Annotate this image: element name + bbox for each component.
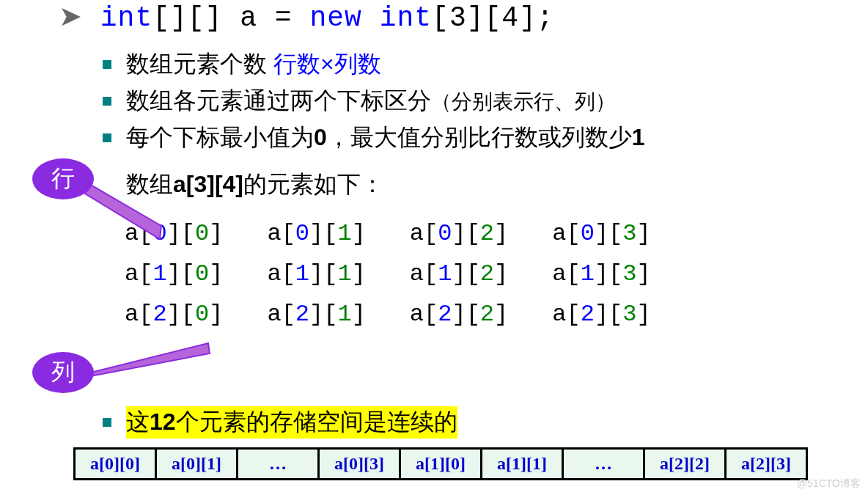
- square-bullet-icon: [103, 60, 111, 69]
- b3d: 1: [632, 124, 645, 150]
- b4c: 的元素如下：: [243, 171, 384, 197]
- square-bullet-icon: [103, 418, 111, 427]
- memory-cell: a[0][0]: [76, 450, 157, 478]
- square-bullet-icon: [103, 97, 111, 106]
- row-label-text: 行: [51, 163, 75, 195]
- b1a: 数组元素个数: [126, 51, 273, 77]
- memory-layout: a[0][0]a[0][1]…a[0][3]a[1][0]a[1][1]…a[2…: [73, 440, 808, 480]
- bullet-list: 数组元素个数 行数×列数 数组各元素通过两个下标区分（分别表示行、列） 每个下标…: [103, 44, 850, 201]
- col-label-oval: 列: [32, 352, 94, 393]
- b2b: （分别表示行、列）: [431, 90, 616, 113]
- bullet-arrow: ➤: [59, 1, 83, 32]
- bullet-2: 数组各元素通过两个下标区分（分别表示行、列）: [103, 85, 850, 117]
- b3-text: 每个下标最小值为0，最大值分别比行数或列数少1: [126, 122, 645, 154]
- watermark: @51CTO博客: [797, 477, 861, 491]
- kw-int1: int: [100, 2, 152, 34]
- grid-cell: a[1][3]: [552, 260, 650, 287]
- bullet-4: 数组a[3][4]的元素如下：: [103, 169, 850, 201]
- memory-cell: a[0][3]: [320, 450, 401, 478]
- bullet-5: 这12个元素的存储空间是连续的: [103, 402, 457, 439]
- row-label-oval: 行: [32, 158, 94, 199]
- b3b: 0: [314, 124, 327, 150]
- bullet-1: 数组元素个数 行数×列数: [103, 48, 850, 81]
- col-arrow-icon: [76, 337, 216, 378]
- b5a: 这: [126, 408, 150, 435]
- b5-text: 这12个元素的存储空间是连续的: [126, 406, 457, 439]
- code-declaration: ➤ int[][] a = new int[3][4];: [59, 0, 554, 34]
- b5b: 12: [150, 408, 176, 435]
- b5c: 个元素的存储空间是连续的: [176, 408, 457, 435]
- b4b: a[3][4]: [173, 171, 243, 197]
- grid-cell: a[2][2]: [410, 301, 508, 328]
- kw-new: new: [309, 2, 361, 34]
- memory-cell: a[0][1]: [157, 450, 238, 478]
- code-mid1: [][] a =: [152, 2, 309, 34]
- grid-cell: a[2][3]: [552, 301, 650, 328]
- memory-cell: …: [238, 450, 320, 478]
- grid-row: a[1][0]a[1][1]a[1][2]a[1][3]: [125, 260, 868, 287]
- grid-cell: a[0][1]: [267, 220, 365, 247]
- grid-cell: a[1][1]: [267, 260, 365, 287]
- bullet-3: 每个下标最小值为0，最大值分别比行数或列数少1: [103, 122, 850, 154]
- grid-cell: a[2][0]: [125, 301, 223, 328]
- col-label-text: 列: [51, 356, 75, 389]
- kw-int2: int: [362, 2, 432, 34]
- grid-cell: a[2][1]: [267, 301, 365, 328]
- b1-text: 数组元素个数 行数×列数: [126, 48, 381, 81]
- memory-cell: a[1][0]: [401, 450, 482, 478]
- grid-cell: a[1][2]: [410, 260, 508, 287]
- grid-cell: a[0][2]: [410, 220, 508, 247]
- grid-row: a[2][0]a[2][1]a[2][2]a[2][3]: [125, 301, 868, 328]
- grid-row: a[0][0]a[0][1]a[0][2]a[0][3]: [125, 220, 868, 247]
- square-bullet-icon: [103, 133, 111, 142]
- memory-cell: …: [564, 450, 645, 478]
- b2a: 数组各元素通过两个下标区分: [126, 87, 431, 114]
- b2-text: 数组各元素通过两个下标区分（分别表示行、列）: [126, 85, 616, 117]
- b3a: 每个下标最小值为: [126, 124, 314, 150]
- memory-cell: a[1][1]: [482, 450, 564, 478]
- code-dims: [3][4];: [432, 2, 554, 34]
- b3c: ，最大值分别比行数或列数少: [327, 124, 632, 150]
- svg-marker-1: [85, 343, 210, 377]
- memory-cell: a[2][3]: [727, 450, 806, 478]
- grid-cell: a[0][3]: [552, 220, 650, 247]
- memory-cell: a[2][2]: [645, 450, 727, 478]
- b1b: 行数×列数: [273, 51, 381, 77]
- grid-cell: a[1][0]: [125, 260, 223, 287]
